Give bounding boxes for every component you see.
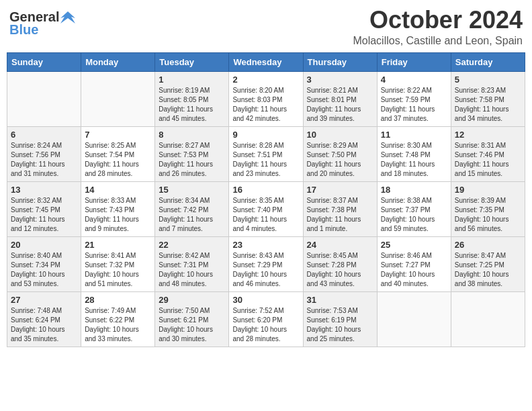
- calendar-day-header: Monday: [81, 52, 155, 71]
- page-header: General Blue October 2024 Molacillos, Ca…: [7, 7, 525, 47]
- cell-info: Sunrise: 8:40 AMSunset: 7:34 PMDaylight:…: [11, 251, 77, 289]
- daylight-text: Daylight: 11 hours and 31 minutes.: [11, 161, 65, 177]
- calendar-cell: 30Sunrise: 7:52 AMSunset: 6:20 PMDayligh…: [229, 291, 303, 347]
- sunset-text: Sunset: 7:46 PM: [455, 151, 504, 158]
- cell-info: Sunrise: 8:35 AMSunset: 7:40 PMDaylight:…: [232, 196, 299, 234]
- calendar-week-row: 13Sunrise: 8:32 AMSunset: 7:45 PMDayligh…: [7, 181, 525, 236]
- daylight-text: Daylight: 11 hours and 26 minutes.: [159, 161, 213, 177]
- logo-bird-icon: [60, 11, 75, 24]
- sunrise-text: Sunrise: 8:35 AM: [232, 197, 283, 204]
- sunset-text: Sunset: 6:24 PM: [11, 316, 60, 324]
- sunset-text: Sunset: 7:25 PM: [455, 261, 504, 269]
- sunset-text: Sunset: 8:01 PM: [307, 96, 357, 103]
- daylight-text: Daylight: 11 hours and 4 minutes.: [232, 216, 287, 232]
- calendar-cell: 25Sunrise: 8:46 AMSunset: 7:27 PMDayligh…: [377, 236, 451, 291]
- day-number: 6: [11, 130, 77, 140]
- logo-blue-text: Blue: [9, 22, 38, 38]
- daylight-text: Daylight: 11 hours and 12 minutes.: [11, 216, 65, 232]
- sunset-text: Sunset: 7:34 PM: [11, 261, 60, 269]
- cell-info: Sunrise: 8:42 AMSunset: 7:31 PMDaylight:…: [159, 251, 225, 289]
- calendar-cell: 23Sunrise: 8:43 AMSunset: 7:29 PMDayligh…: [229, 236, 303, 291]
- sunset-text: Sunset: 7:32 PM: [85, 261, 134, 269]
- title-section: October 2024 Molacillos, Castille and Le…: [353, 7, 523, 47]
- sunset-text: Sunset: 7:31 PM: [159, 261, 208, 269]
- day-number: 15: [159, 185, 225, 195]
- day-number: 10: [307, 130, 373, 140]
- sunset-text: Sunset: 7:59 PM: [381, 96, 431, 103]
- cell-info: Sunrise: 8:33 AMSunset: 7:43 PMDaylight:…: [85, 196, 151, 234]
- sunrise-text: Sunrise: 8:24 AM: [11, 142, 62, 149]
- calendar-cell: 8Sunrise: 8:27 AMSunset: 7:53 PMDaylight…: [155, 126, 229, 181]
- svg-marker-0: [60, 11, 75, 24]
- cell-info: Sunrise: 7:49 AMSunset: 6:22 PMDaylight:…: [85, 306, 151, 344]
- cell-info: Sunrise: 7:52 AMSunset: 6:20 PMDaylight:…: [232, 306, 299, 344]
- day-number: 21: [85, 240, 151, 250]
- cell-info: Sunrise: 8:29 AMSunset: 7:50 PMDaylight:…: [307, 141, 373, 179]
- daylight-text: Daylight: 11 hours and 23 minutes.: [232, 161, 287, 177]
- cell-info: Sunrise: 8:21 AMSunset: 8:01 PMDaylight:…: [307, 86, 373, 124]
- calendar-week-row: 6Sunrise: 8:24 AMSunset: 7:56 PMDaylight…: [7, 126, 525, 181]
- daylight-text: Daylight: 11 hours and 34 minutes.: [455, 105, 509, 122]
- day-number: 4: [381, 75, 447, 85]
- sunrise-text: Sunrise: 8:27 AM: [159, 142, 210, 149]
- sunrise-text: Sunrise: 8:39 AM: [455, 197, 506, 204]
- sunset-text: Sunset: 7:40 PM: [232, 206, 282, 214]
- sunset-text: Sunset: 6:22 PM: [85, 316, 134, 324]
- day-number: 24: [307, 240, 373, 250]
- calendar-cell: 9Sunrise: 8:28 AMSunset: 7:51 PMDaylight…: [229, 126, 303, 181]
- sunset-text: Sunset: 6:21 PM: [159, 316, 208, 324]
- day-number: 14: [85, 185, 151, 195]
- sunset-text: Sunset: 7:28 PM: [307, 261, 357, 269]
- calendar-header-row: SundayMondayTuesdayWednesdayThursdayFrid…: [7, 52, 525, 71]
- day-number: 2: [232, 75, 299, 85]
- daylight-text: Daylight: 10 hours and 53 minutes.: [11, 271, 65, 287]
- sunset-text: Sunset: 7:58 PM: [455, 96, 504, 103]
- day-number: 17: [307, 185, 373, 195]
- calendar-cell: [377, 291, 451, 347]
- cell-info: Sunrise: 7:48 AMSunset: 6:24 PMDaylight:…: [11, 306, 77, 344]
- day-number: 11: [381, 130, 447, 140]
- daylight-text: Daylight: 11 hours and 1 minute.: [307, 216, 361, 232]
- cell-info: Sunrise: 8:39 AMSunset: 7:35 PMDaylight:…: [455, 196, 521, 234]
- calendar-week-row: 1Sunrise: 8:19 AMSunset: 8:05 PMDaylight…: [7, 71, 525, 126]
- cell-info: Sunrise: 8:27 AMSunset: 7:53 PMDaylight:…: [159, 141, 225, 179]
- cell-info: Sunrise: 8:32 AMSunset: 7:45 PMDaylight:…: [11, 196, 77, 234]
- sunset-text: Sunset: 8:05 PM: [159, 96, 208, 103]
- day-number: 19: [455, 185, 521, 195]
- sunrise-text: Sunrise: 8:47 AM: [455, 252, 506, 259]
- sunrise-text: Sunrise: 8:20 AM: [232, 87, 283, 94]
- sunrise-text: Sunrise: 8:34 AM: [159, 197, 210, 204]
- daylight-text: Daylight: 11 hours and 20 minutes.: [307, 161, 361, 177]
- calendar-table: SundayMondayTuesdayWednesdayThursdayFrid…: [7, 52, 525, 347]
- calendar-cell: 17Sunrise: 8:37 AMSunset: 7:38 PMDayligh…: [303, 181, 377, 236]
- calendar-cell: 22Sunrise: 8:42 AMSunset: 7:31 PMDayligh…: [155, 236, 229, 291]
- day-number: 3: [307, 75, 373, 85]
- cell-info: Sunrise: 8:19 AMSunset: 8:05 PMDaylight:…: [159, 86, 225, 124]
- sunrise-text: Sunrise: 8:29 AM: [307, 142, 358, 149]
- day-number: 22: [159, 240, 225, 250]
- day-number: 29: [159, 295, 225, 305]
- daylight-text: Daylight: 10 hours and 35 minutes.: [11, 326, 65, 342]
- day-number: 1: [159, 75, 225, 85]
- daylight-text: Daylight: 10 hours and 33 minutes.: [85, 326, 139, 342]
- sunset-text: Sunset: 8:03 PM: [232, 96, 282, 103]
- calendar-cell: 19Sunrise: 8:39 AMSunset: 7:35 PMDayligh…: [451, 181, 525, 236]
- daylight-text: Daylight: 10 hours and 56 minutes.: [455, 216, 509, 232]
- sunset-text: Sunset: 7:42 PM: [159, 206, 208, 214]
- cell-info: Sunrise: 8:22 AMSunset: 7:59 PMDaylight:…: [381, 86, 447, 124]
- day-number: 28: [85, 295, 151, 305]
- sunrise-text: Sunrise: 8:40 AM: [11, 252, 62, 259]
- day-number: 8: [159, 130, 225, 140]
- sunrise-text: Sunrise: 8:45 AM: [307, 252, 358, 259]
- logo: General Blue: [9, 7, 75, 38]
- calendar-cell: 27Sunrise: 7:48 AMSunset: 6:24 PMDayligh…: [7, 291, 81, 347]
- calendar-cell: 10Sunrise: 8:29 AMSunset: 7:50 PMDayligh…: [303, 126, 377, 181]
- sunset-text: Sunset: 7:54 PM: [85, 151, 134, 158]
- calendar-cell: 28Sunrise: 7:49 AMSunset: 6:22 PMDayligh…: [81, 291, 155, 347]
- month-year-title: October 2024: [353, 7, 523, 34]
- calendar-cell: 18Sunrise: 8:38 AMSunset: 7:37 PMDayligh…: [377, 181, 451, 236]
- daylight-text: Daylight: 11 hours and 42 minutes.: [232, 105, 287, 122]
- daylight-text: Daylight: 11 hours and 15 minutes.: [455, 161, 509, 177]
- calendar-cell: 13Sunrise: 8:32 AMSunset: 7:45 PMDayligh…: [7, 181, 81, 236]
- calendar-cell: 16Sunrise: 8:35 AMSunset: 7:40 PMDayligh…: [229, 181, 303, 236]
